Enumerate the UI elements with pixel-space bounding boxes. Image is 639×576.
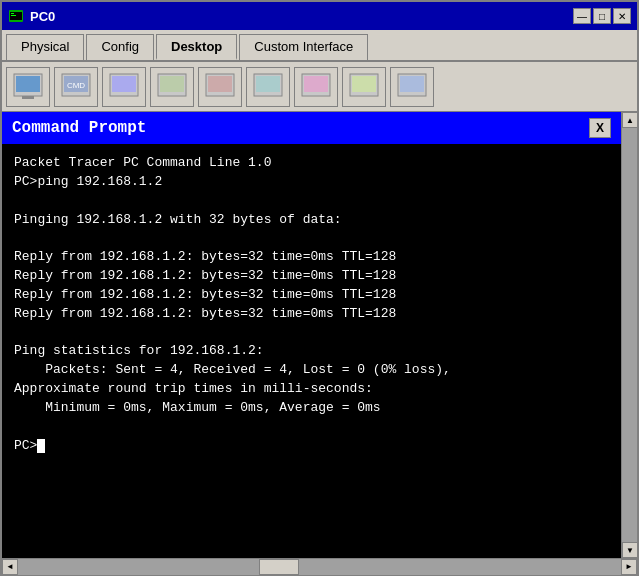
- main-content: Command Prompt X Packet Tracer PC Comman…: [2, 112, 621, 558]
- title-controls: — □ ✕: [573, 8, 631, 24]
- cursor: [37, 439, 45, 453]
- svg-rect-2: [11, 13, 14, 14]
- cmd-line1: Packet Tracer PC Command Line 1.0: [14, 155, 271, 170]
- scroll-down-button[interactable]: ▼: [622, 542, 637, 558]
- scroll-up-button[interactable]: ▲: [622, 112, 637, 128]
- tab-desktop[interactable]: Desktop: [156, 34, 237, 60]
- svg-rect-15: [208, 76, 232, 92]
- title-bar-left: PC0: [8, 8, 55, 24]
- toolbar-btn-9[interactable]: [390, 67, 434, 107]
- cmd-line8: Reply from 192.168.1.2: bytes=32 time=0m…: [14, 287, 396, 302]
- cmd-line9: Reply from 192.168.1.2: bytes=32 time=0m…: [14, 306, 396, 321]
- scrollbar-right: ▲ ▼: [621, 112, 637, 558]
- svg-rect-6: [22, 96, 34, 99]
- svg-rect-13: [160, 76, 184, 92]
- toolbar-area: CMD: [2, 62, 637, 112]
- cmd-line11: Ping statistics for 192.168.1.2:: [14, 343, 264, 358]
- svg-rect-21: [352, 76, 376, 92]
- svg-text:CMD: CMD: [67, 81, 85, 90]
- maximize-button[interactable]: □: [593, 8, 611, 24]
- svg-rect-17: [256, 76, 280, 92]
- tab-bar: Physical Config Desktop Custom Interface: [2, 30, 637, 62]
- svg-rect-5: [16, 76, 40, 92]
- cmd-line7: Reply from 192.168.1.2: bytes=32 time=0m…: [14, 268, 396, 283]
- cmd-line4: Pinging 192.168.1.2 with 32 bytes of dat…: [14, 212, 342, 227]
- cmd-line14: Minimum = 0ms, Maximum = 0ms, Average = …: [14, 400, 381, 415]
- toolbar-btn-1[interactable]: [6, 67, 50, 107]
- scroll-track-horizontal[interactable]: [18, 559, 621, 575]
- cmd-body[interactable]: Packet Tracer PC Command Line 1.0 PC>pin…: [2, 144, 621, 558]
- cmd-close-button[interactable]: X: [589, 118, 611, 138]
- tab-config[interactable]: Config: [86, 34, 154, 60]
- scroll-track-vertical[interactable]: [622, 128, 637, 542]
- toolbar-btn-8[interactable]: [342, 67, 386, 107]
- content-area: Command Prompt X Packet Tracer PC Comman…: [2, 112, 637, 558]
- cmd-line16: PC>: [14, 438, 37, 453]
- cmd-line12: Packets: Sent = 4, Received = 4, Lost = …: [14, 362, 451, 377]
- tab-custom-interface[interactable]: Custom Interface: [239, 34, 368, 60]
- cmd-line2: PC>ping 192.168.1.2: [14, 174, 162, 189]
- window-title: PC0: [30, 9, 55, 24]
- toolbar-btn-2[interactable]: CMD: [54, 67, 98, 107]
- toolbar-btn-7[interactable]: [294, 67, 338, 107]
- svg-rect-23: [400, 76, 424, 92]
- cmd-line13: Approximate round trip times in milli-se…: [14, 381, 373, 396]
- tab-physical[interactable]: Physical: [6, 34, 84, 60]
- close-button[interactable]: ✕: [613, 8, 631, 24]
- window-icon: [8, 8, 24, 24]
- main-window: PC0 — □ ✕ Physical Config Desktop Custom…: [0, 0, 639, 576]
- toolbar-btn-3[interactable]: [102, 67, 146, 107]
- toolbar-btn-6[interactable]: [246, 67, 290, 107]
- cmd-line6: Reply from 192.168.1.2: bytes=32 time=0m…: [14, 249, 396, 264]
- toolbar-btn-4[interactable]: [150, 67, 194, 107]
- svg-rect-11: [112, 76, 136, 92]
- bottom-scrollbar: ◄ ►: [2, 558, 637, 574]
- cmd-title: Command Prompt: [12, 119, 146, 137]
- cmd-header: Command Prompt X: [2, 112, 621, 144]
- scroll-left-button[interactable]: ◄: [2, 559, 18, 575]
- title-bar: PC0 — □ ✕: [2, 2, 637, 30]
- minimize-button[interactable]: —: [573, 8, 591, 24]
- svg-rect-3: [11, 15, 16, 16]
- toolbar-btn-5[interactable]: [198, 67, 242, 107]
- scroll-thumb-horizontal[interactable]: [259, 559, 299, 575]
- svg-rect-19: [304, 76, 328, 92]
- scroll-right-button[interactable]: ►: [621, 559, 637, 575]
